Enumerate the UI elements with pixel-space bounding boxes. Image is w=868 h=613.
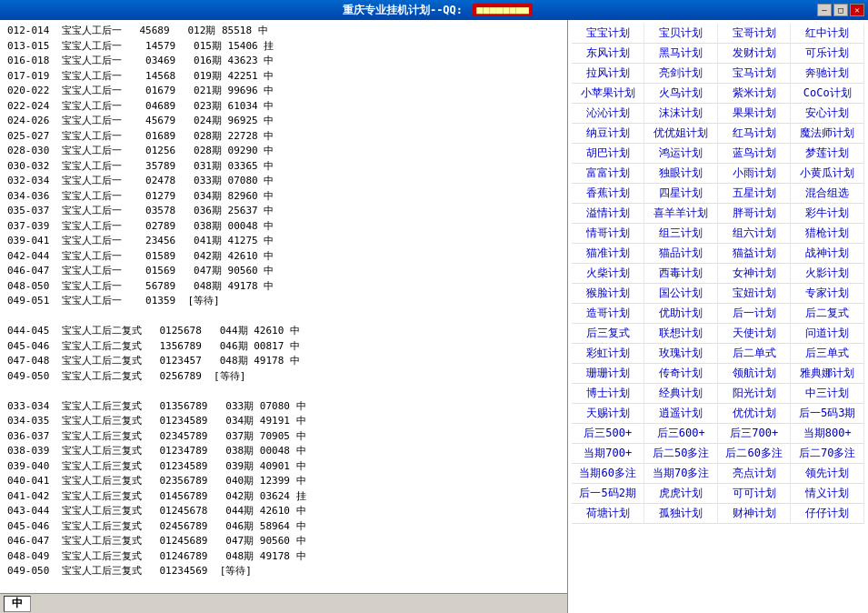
plan-cell[interactable]: 独眼计划 [644, 164, 718, 184]
plan-cell[interactable]: 五星计划 [717, 184, 791, 204]
plan-cell[interactable]: 组三计划 [644, 224, 718, 244]
plan-cell[interactable]: 后一5码3期 [791, 404, 864, 424]
plan-cell[interactable]: 宝贝计划 [644, 24, 718, 44]
plan-cell[interactable]: 四星计划 [644, 184, 718, 204]
plan-cell[interactable]: 香蕉计划 [572, 184, 644, 204]
plan-cell[interactable]: 火影计划 [791, 264, 864, 284]
plan-cell[interactable]: 彩虹计划 [572, 344, 644, 364]
plan-cell[interactable]: 后三复式 [572, 324, 644, 344]
plan-cell[interactable]: 后二50多注 [644, 444, 718, 464]
plan-cell[interactable]: 小苹果计划 [572, 84, 644, 104]
plan-cell[interactable]: 孤独计划 [644, 504, 718, 524]
plan-cell[interactable]: 纳豆计划 [572, 124, 644, 144]
plan-cell[interactable]: 后三600+ [644, 424, 718, 444]
plan-cell[interactable]: 女神计划 [717, 264, 791, 284]
plan-cell[interactable]: 仔仔计划 [791, 504, 864, 524]
plan-cell[interactable]: 亮点计划 [717, 464, 791, 484]
plan-cell[interactable]: 猴脸计划 [572, 284, 644, 304]
plan-cell[interactable]: 梦莲计划 [791, 144, 864, 164]
plan-cell[interactable]: 中三计划 [791, 384, 864, 404]
plan-cell[interactable]: 雅典娜计划 [791, 364, 864, 384]
plan-cell[interactable]: 后二单式 [717, 344, 791, 364]
plan-cell[interactable]: 紫米计划 [717, 84, 791, 104]
plan-cell[interactable]: 博士计划 [572, 384, 644, 404]
plan-cell[interactable]: 可乐计划 [791, 44, 864, 64]
plan-cell[interactable]: 亮剑计划 [644, 64, 718, 84]
plan-cell[interactable]: 可可计划 [717, 484, 791, 504]
plan-cell[interactable]: 当期700+ [572, 444, 644, 464]
plan-cell[interactable]: 拉风计划 [572, 64, 644, 84]
plan-cell[interactable]: 领先计划 [791, 464, 864, 484]
plan-cell[interactable]: 小雨计划 [717, 164, 791, 184]
plan-cell[interactable]: 小黄瓜计划 [791, 164, 864, 184]
plan-cell[interactable]: 沫沫计划 [644, 104, 718, 124]
plan-cell[interactable]: 国公计划 [644, 284, 718, 304]
plan-cell[interactable]: 战神计划 [791, 244, 864, 264]
plan-cell[interactable]: CoCo计划 [791, 84, 864, 104]
plan-cell[interactable]: 宝哥计划 [717, 24, 791, 44]
plan-cell[interactable]: 胖哥计划 [717, 204, 791, 224]
plan-cell[interactable]: 财神计划 [717, 504, 791, 524]
plan-cell[interactable]: 逍遥计划 [644, 404, 718, 424]
plan-cell[interactable]: 当期800+ [791, 424, 864, 444]
plan-cell[interactable]: 珊珊计划 [572, 364, 644, 384]
plan-cell[interactable]: 喜羊羊计划 [644, 204, 718, 224]
plan-cell[interactable]: 阳光计划 [717, 384, 791, 404]
plan-cell[interactable]: 奔驰计划 [791, 64, 864, 84]
plan-cell[interactable]: 优优计划 [717, 404, 791, 424]
plan-cell[interactable]: 天赐计划 [572, 404, 644, 424]
plan-cell[interactable]: 情哥计划 [572, 224, 644, 244]
plan-cell[interactable]: 虎虎计划 [644, 484, 718, 504]
plan-cell[interactable]: 火柴计划 [572, 264, 644, 284]
plan-cell[interactable]: 安心计划 [791, 104, 864, 124]
plan-cell[interactable]: 鸿运计划 [644, 144, 718, 164]
plan-cell[interactable]: 彩牛计划 [791, 204, 864, 224]
plan-cell[interactable]: 经典计划 [644, 384, 718, 404]
plan-cell[interactable]: 荷塘计划 [572, 504, 644, 524]
plan-cell[interactable]: 猫益计划 [717, 244, 791, 264]
plan-cell[interactable]: 后二60多注 [717, 444, 791, 464]
plan-cell[interactable]: 后三500+ [572, 424, 644, 444]
plan-cell[interactable]: 沁沁计划 [572, 104, 644, 124]
plan-cell[interactable]: 当期60多注 [572, 464, 644, 484]
plan-cell[interactable]: 后二70多注 [791, 444, 864, 464]
plan-cell[interactable]: 后一5码2期 [572, 484, 644, 504]
minimize-button[interactable]: — [817, 4, 832, 16]
plan-cell[interactable]: 红中计划 [791, 24, 864, 44]
plan-cell[interactable]: 造哥计划 [572, 304, 644, 324]
plan-cell[interactable]: 红马计划 [717, 124, 791, 144]
plan-cell[interactable]: 优优姐计划 [644, 124, 718, 144]
plan-cell[interactable]: 情义计划 [791, 484, 864, 504]
plan-cell[interactable]: 领航计划 [717, 364, 791, 384]
plan-cell[interactable]: 组六计划 [717, 224, 791, 244]
plan-cell[interactable]: 宝马计划 [717, 64, 791, 84]
plan-cell[interactable]: 猎枪计划 [791, 224, 864, 244]
plan-cell[interactable]: 优助计划 [644, 304, 718, 324]
plan-cell[interactable]: 后三700+ [717, 424, 791, 444]
plan-cell[interactable]: 黑马计划 [644, 44, 718, 64]
plan-cell[interactable]: 猫准计划 [572, 244, 644, 264]
plan-cell[interactable]: 东风计划 [572, 44, 644, 64]
plan-cell[interactable]: 果果计划 [717, 104, 791, 124]
plan-cell[interactable]: 当期70多注 [644, 464, 718, 484]
plan-cell[interactable]: 猫品计划 [644, 244, 718, 264]
plan-content[interactable]: 012-014 宝宝人工后一 45689 012期 85518 中 013-01… [0, 20, 567, 593]
close-button[interactable]: ✕ [850, 4, 864, 16]
maximize-button[interactable]: □ [833, 4, 848, 16]
plan-cell[interactable]: 混合组选 [791, 184, 864, 204]
plan-cell[interactable]: 问道计划 [791, 324, 864, 344]
plan-cell[interactable]: 后二复式 [791, 304, 864, 324]
plan-cell[interactable]: 宝妞计划 [717, 284, 791, 304]
plan-cell[interactable]: 魔法师计划 [791, 124, 864, 144]
plan-cell[interactable]: 蓝鸟计划 [717, 144, 791, 164]
plan-cell[interactable]: 火鸟计划 [644, 84, 718, 104]
plan-cell[interactable]: 溢情计划 [572, 204, 644, 224]
plan-cell[interactable]: 联想计划 [644, 324, 718, 344]
plan-cell[interactable]: 富富计划 [572, 164, 644, 184]
plan-cell[interactable]: 西毒计划 [644, 264, 718, 284]
right-panel[interactable]: 宝宝计划宝贝计划宝哥计划红中计划东风计划黑马计划发财计划可乐计划拉风计划亮剑计划… [568, 20, 868, 613]
plan-cell[interactable]: 后三单式 [791, 344, 864, 364]
plan-cell[interactable]: 胡巴计划 [572, 144, 644, 164]
plan-cell[interactable]: 传奇计划 [644, 364, 718, 384]
plan-cell[interactable]: 玫瑰计划 [644, 344, 718, 364]
